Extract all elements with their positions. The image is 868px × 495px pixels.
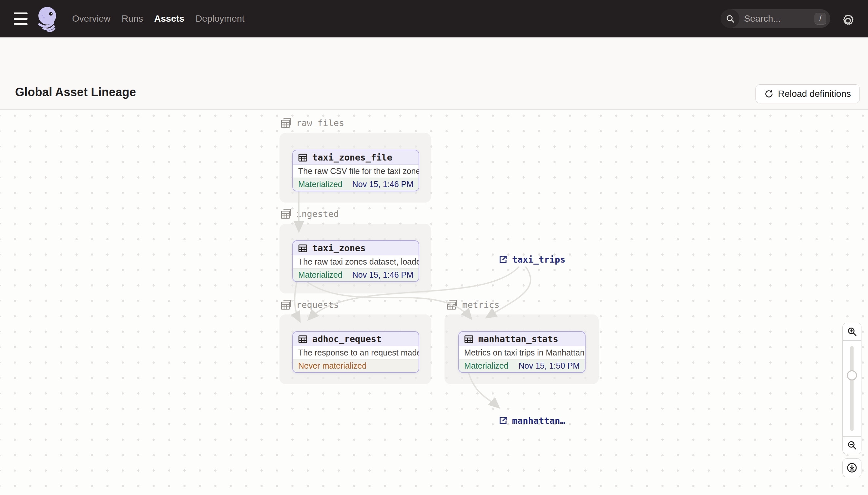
zoom-slider-track[interactable] bbox=[850, 346, 854, 431]
page-title: Global Asset Lineage bbox=[15, 85, 136, 99]
search-placeholder: Search... bbox=[744, 14, 815, 24]
global-search-input[interactable]: Search... / bbox=[721, 9, 830, 28]
asset-node-taxi-zones-file[interactable]: taxi_zones_file The raw CSV file for the… bbox=[292, 150, 419, 191]
asset-name: taxi_zones bbox=[312, 243, 366, 253]
table-icon bbox=[298, 153, 308, 163]
asset-description: The response to an request made in th... bbox=[293, 346, 419, 359]
external-link-icon bbox=[498, 255, 508, 264]
external-link-icon bbox=[498, 416, 508, 425]
search-shortcut-badge: / bbox=[815, 13, 826, 24]
nav-item-runs[interactable]: Runs bbox=[121, 12, 144, 26]
external-asset-name: taxi_trips bbox=[512, 254, 566, 264]
table-icon bbox=[464, 334, 474, 344]
reload-definitions-label: Reload definitions bbox=[778, 89, 851, 99]
lineage-edges bbox=[0, 109, 868, 495]
menu-icon[interactable] bbox=[14, 13, 28, 25]
zoom-out-button[interactable] bbox=[843, 436, 861, 454]
export-graph-button[interactable] bbox=[843, 458, 862, 477]
asset-description: The raw CSV file for the taxi zones dat.… bbox=[293, 165, 419, 177]
zoom-in-icon bbox=[847, 327, 857, 337]
materialization-timestamp: Nov 15, 1:46 PM bbox=[352, 180, 413, 189]
materialization-timestamp: Nov 15, 1:46 PM bbox=[352, 270, 413, 280]
asset-name: adhoc_request bbox=[312, 334, 382, 344]
zoom-out-icon bbox=[847, 440, 857, 450]
edge-taxi-zones-to-manhattan-stats bbox=[307, 281, 471, 318]
edge-taxi-zones-to-adhoc-request bbox=[295, 281, 300, 321]
nav-item-assets[interactable]: Assets bbox=[154, 12, 185, 26]
zoom-controls bbox=[843, 323, 862, 454]
materialization-timestamp: Nov 15, 1:50 PM bbox=[519, 361, 580, 371]
zoom-slider[interactable] bbox=[843, 341, 861, 436]
zoom-slider-thumb[interactable] bbox=[847, 370, 857, 380]
asset-node-manhattan-stats[interactable]: manhattan_stats Metrics on taxi trips in… bbox=[458, 331, 586, 373]
external-asset-taxi-trips[interactable]: taxi_trips bbox=[498, 254, 566, 264]
status-badge: Materialized bbox=[464, 361, 509, 371]
gear-icon[interactable] bbox=[840, 13, 855, 28]
external-asset-name: manhattan… bbox=[512, 415, 566, 426]
asset-description: The raw taxi zones dataset, loaded int..… bbox=[293, 255, 419, 268]
external-asset-manhattan[interactable]: manhattan… bbox=[498, 415, 566, 426]
dagster-logo-icon[interactable] bbox=[34, 5, 61, 33]
status-badge: Materialized bbox=[298, 180, 342, 189]
nav-item-deployment[interactable]: Deployment bbox=[195, 12, 245, 26]
asset-name: taxi_zones_file bbox=[312, 152, 392, 163]
primary-nav: Overview Runs Assets Deployment bbox=[72, 0, 245, 37]
table-icon bbox=[298, 334, 308, 344]
asset-description: Metrics on taxi trips in Manhattan bbox=[459, 346, 585, 359]
status-badge: Materialized bbox=[298, 270, 342, 280]
nav-item-overview[interactable]: Overview bbox=[72, 12, 111, 26]
asset-node-adhoc-request[interactable]: adhoc_request The response to an request… bbox=[292, 331, 419, 373]
edge-manhattan-stats-to-manhattan-external bbox=[468, 372, 498, 407]
search-icon bbox=[721, 9, 739, 28]
table-icon bbox=[298, 243, 308, 253]
asset-name: manhattan_stats bbox=[478, 334, 558, 344]
page-header: Global Asset Lineage Reload definitions … bbox=[0, 37, 868, 109]
lineage-canvas[interactable]: raw_files ingested requests metrics bbox=[0, 109, 868, 495]
top-navigation-bar: Overview Runs Assets Deployment Search..… bbox=[0, 0, 868, 37]
reload-icon bbox=[764, 89, 774, 99]
zoom-in-button[interactable] bbox=[843, 323, 861, 341]
download-icon bbox=[846, 462, 857, 473]
status-badge: Never materialized bbox=[298, 361, 367, 371]
reload-definitions-button[interactable]: Reload definitions bbox=[756, 84, 860, 103]
asset-node-taxi-zones[interactable]: taxi_zones The raw taxi zones dataset, l… bbox=[292, 240, 419, 282]
